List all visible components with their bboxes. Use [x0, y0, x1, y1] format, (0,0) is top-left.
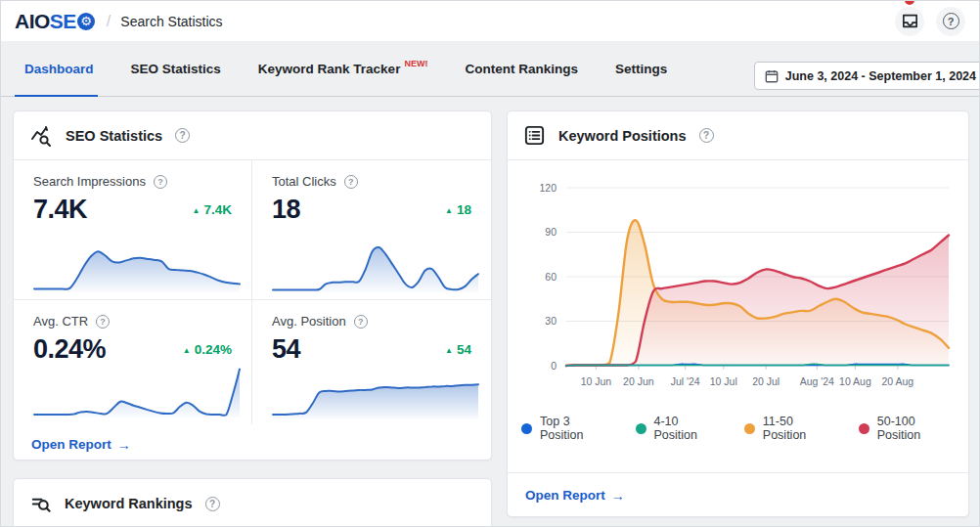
legend-item-11-50[interactable]: 11-50 Position [744, 415, 833, 442]
topbar-actions [895, 7, 965, 36]
calendar-icon [765, 69, 779, 83]
metric-avg-ctr: Avg. CTR 0.24% 0.24% [14, 300, 252, 424]
inbox-tray-icon [902, 14, 918, 28]
card-title: Keyword Rankings [65, 496, 193, 511]
chart-legend: Top 3 Position 4-10 Position 11-50 Posit… [521, 415, 955, 442]
help-icon[interactable] [96, 315, 110, 329]
keyword-rankings-card: Keyword Rankings [13, 478, 492, 527]
aioseo-logo[interactable]: AIOSE [15, 10, 95, 33]
help-button[interactable] [936, 7, 965, 36]
metric-trend: 18 [445, 202, 471, 217]
metric-value: 7.4K [33, 195, 87, 225]
positions-area-chart[interactable]: 120906030010 Jun20 JunJul '2410 Jul20 Ju… [521, 174, 955, 401]
gear-logo-icon [77, 13, 95, 30]
tab-keyword-rank-tracker[interactable]: Keyword Rank TrackerNEW! [258, 41, 428, 96]
card-footer: Open Report [508, 472, 968, 516]
svg-text:10 Jun: 10 Jun [581, 375, 612, 387]
metric-trend: 0.24% [183, 342, 232, 357]
help-icon[interactable] [699, 128, 714, 143]
help-icon [943, 13, 959, 29]
metric-total-clicks: Total Clicks 18 18 [252, 160, 491, 300]
help-icon[interactable] [344, 175, 358, 189]
svg-text:10 Jul: 10 Jul [710, 375, 737, 387]
tab-seo-statistics[interactable]: SEO Statistics [131, 41, 221, 96]
search-statistics-page: AIOSE / Search Statistics Dashboard SEO … [0, 0, 980, 527]
date-range-label: June 3, 2024 - September 1, 2024 [785, 69, 976, 83]
card-title: SEO Statistics [66, 128, 162, 144]
trend-up-icon [445, 342, 453, 357]
tab-label: SEO Statistics [131, 62, 221, 76]
metric-label: Total Clicks [272, 174, 336, 189]
trend-up-icon [183, 342, 191, 357]
metric-search-impressions: Search Impressions 7.4K 7.4K [14, 160, 252, 300]
notification-dot [905, 0, 914, 5]
tab-label: Settings [615, 62, 667, 76]
tab-dashboard[interactable]: Dashboard [24, 41, 94, 96]
help-icon[interactable] [154, 175, 167, 189]
tabs: Dashboard SEO Statistics Keyword Rank Tr… [24, 41, 667, 96]
sparkline-chart [33, 364, 241, 418]
help-icon[interactable] [354, 315, 368, 329]
legend-item-50-100[interactable]: 50-100 Position [859, 415, 955, 442]
metric-value: 54 [272, 334, 300, 365]
open-report-link[interactable]: Open Report [525, 488, 625, 504]
logo-text-se: SE [50, 10, 76, 33]
list-icon [523, 124, 546, 147]
svg-text:10 Aug: 10 Aug [839, 375, 871, 387]
sparkline-chart [272, 366, 479, 420]
legend-item-top3[interactable]: Top 3 Position [521, 415, 610, 442]
card-footer: Open Report [14, 424, 491, 461]
new-badge: NEW! [404, 59, 427, 68]
svg-text:0: 0 [551, 360, 557, 372]
svg-text:Jul '24: Jul '24 [671, 375, 700, 387]
sparkline-chart [33, 239, 241, 293]
keyword-positions-chart: 120906030010 Jun20 JunJul '2410 Jul20 Ju… [508, 160, 968, 442]
help-icon[interactable] [205, 497, 220, 511]
metric-value: 18 [272, 195, 300, 225]
analytics-search-icon [29, 124, 53, 148]
top-bar: AIOSE / Search Statistics [1, 1, 979, 41]
tab-settings[interactable]: Settings [615, 41, 667, 96]
metric-trend: 7.4K [193, 202, 232, 217]
metric-avg-position: Avg. Position 54 54 [252, 300, 491, 424]
trend-up-icon [193, 202, 200, 217]
legend-item-4-10[interactable]: 4-10 Position [636, 415, 719, 442]
keyword-rankings-card-header: Keyword Rankings [14, 479, 491, 527]
svg-text:20 Aug: 20 Aug [882, 375, 914, 387]
logo-text-aio: AIO [15, 10, 50, 33]
metric-trend: 54 [445, 342, 471, 357]
sparkline-chart [272, 239, 479, 293]
metric-label: Avg. Position [272, 314, 346, 329]
seo-statistics-card: SEO Statistics Search Impressions 7.4K 7… [13, 110, 492, 461]
open-report-link[interactable]: Open Report [31, 437, 131, 453]
metric-label: Avg. CTR [33, 314, 88, 329]
metric-value: 0.24% [33, 334, 106, 365]
seo-statistics-card-header: SEO Statistics [14, 111, 491, 160]
metric-label: Search Impressions [33, 174, 146, 189]
svg-text:20 Jul: 20 Jul [752, 375, 780, 387]
legend-dot-red [859, 423, 869, 434]
svg-text:120: 120 [539, 182, 557, 194]
tab-content-rankings[interactable]: Content Rankings [465, 41, 578, 96]
legend-dot-blue [521, 423, 532, 434]
keyword-positions-card-header: Keyword Positions [508, 111, 968, 160]
card-title: Keyword Positions [558, 128, 687, 144]
notifications-inbox-button[interactable] [895, 7, 924, 36]
metrics-grid: Search Impressions 7.4K 7.4K Total Click… [14, 160, 491, 424]
legend-dot-orange [744, 423, 755, 434]
legend-dot-green [636, 423, 646, 434]
svg-text:60: 60 [545, 271, 557, 283]
breadcrumb: Search Statistics [120, 14, 222, 29]
svg-text:90: 90 [545, 226, 557, 238]
help-icon[interactable] [175, 128, 190, 143]
trend-up-icon [445, 202, 453, 217]
svg-text:20 Jun: 20 Jun [623, 375, 654, 387]
list-search-icon [29, 493, 52, 515]
tab-label: Dashboard [24, 62, 94, 76]
date-range-picker[interactable]: June 3, 2024 - September 1, 2024 [754, 62, 980, 90]
tab-label: Keyword Rank Tracker [258, 62, 401, 76]
svg-text:30: 30 [545, 315, 557, 327]
keyword-positions-card: Keyword Positions 120906030010 Jun20 Jun… [507, 110, 969, 517]
breadcrumb-separator: / [107, 13, 111, 30]
svg-text:Aug '24: Aug '24 [800, 375, 834, 387]
